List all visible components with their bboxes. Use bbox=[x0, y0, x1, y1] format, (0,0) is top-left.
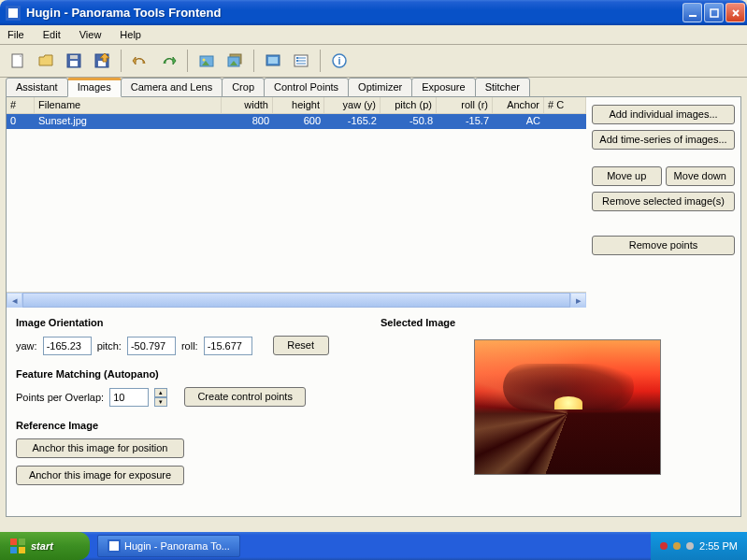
properties-button[interactable] bbox=[288, 48, 314, 74]
svg-rect-2 bbox=[689, 15, 697, 17]
add-timeseries-button[interactable]: Add time-series of images... bbox=[592, 130, 735, 150]
reset-button[interactable]: Reset bbox=[273, 336, 329, 355]
toolbar: i bbox=[0, 45, 747, 78]
preview-button[interactable] bbox=[260, 48, 286, 74]
svg-marker-8 bbox=[39, 55, 52, 65]
orientation-heading: Image Orientation bbox=[16, 317, 352, 328]
stepper-up-icon[interactable]: ▴ bbox=[154, 388, 167, 397]
cell-filename: Sunset.jpg bbox=[35, 114, 222, 129]
menu-edit[interactable]: Edit bbox=[39, 27, 65, 42]
windows-logo-icon bbox=[9, 538, 26, 554]
close-button[interactable] bbox=[725, 3, 745, 22]
cell-anchor: AC bbox=[493, 114, 544, 129]
col-numc[interactable]: # C bbox=[544, 97, 586, 113]
open-button[interactable] bbox=[33, 48, 59, 74]
col-num[interactable]: # bbox=[7, 97, 35, 113]
menubar: File Edit View Help bbox=[0, 25, 747, 45]
clock: 2:55 PM bbox=[699, 540, 738, 552]
menu-file[interactable]: File bbox=[4, 27, 28, 42]
col-pitch[interactable]: pitch (p) bbox=[381, 97, 437, 113]
svg-rect-31 bbox=[10, 538, 17, 545]
points-per-overlap-label: Points per Overlap: bbox=[16, 392, 104, 403]
svg-rect-11 bbox=[70, 55, 78, 59]
tab-assistant[interactable]: Assistant bbox=[6, 78, 68, 97]
move-up-button[interactable]: Move up bbox=[592, 166, 662, 186]
col-yaw[interactable]: yaw (y) bbox=[324, 97, 381, 113]
cell-roll: -15.7 bbox=[437, 114, 493, 129]
svg-rect-22 bbox=[268, 57, 278, 64]
tray-network-icon[interactable] bbox=[673, 542, 681, 550]
tab-camera-lens[interactable]: Camera and Lens bbox=[121, 78, 223, 97]
yaw-input[interactable] bbox=[43, 337, 92, 355]
reference-image-heading: Reference Image bbox=[16, 420, 352, 431]
svg-rect-36 bbox=[109, 541, 119, 551]
col-roll[interactable]: roll (r) bbox=[437, 97, 493, 113]
about-button[interactable]: i bbox=[326, 48, 352, 74]
remove-selected-button[interactable]: Remove selected image(s) bbox=[592, 192, 735, 211]
svg-text:i: i bbox=[338, 55, 340, 66]
undo-button[interactable] bbox=[127, 48, 153, 74]
remove-points-button[interactable]: Remove points bbox=[592, 236, 735, 255]
save-button[interactable] bbox=[61, 48, 87, 74]
col-anchor[interactable]: Anchor bbox=[493, 97, 544, 113]
tray-shield-icon[interactable] bbox=[660, 542, 668, 550]
horizontal-scrollbar[interactable]: ◂ ▸ bbox=[7, 292, 586, 308]
anchor-position-button[interactable]: Anchor this image for position bbox=[16, 438, 184, 458]
taskbar-app-button[interactable]: Hugin - Panorama To... bbox=[97, 535, 240, 557]
svg-rect-34 bbox=[19, 547, 25, 553]
saveas-button[interactable] bbox=[89, 48, 115, 74]
svg-rect-3 bbox=[711, 9, 718, 17]
roll-input[interactable] bbox=[204, 337, 252, 355]
system-tray[interactable]: 2:55 PM bbox=[651, 532, 747, 560]
add-image-button[interactable] bbox=[194, 48, 220, 74]
scroll-right-icon[interactable]: ▸ bbox=[570, 293, 586, 308]
svg-rect-32 bbox=[19, 538, 25, 545]
tab-stitcher[interactable]: Stitcher bbox=[475, 78, 530, 97]
redo-button[interactable] bbox=[155, 48, 181, 74]
pitch-label: pitch: bbox=[97, 340, 122, 352]
col-width[interactable]: width bbox=[222, 97, 273, 113]
menu-help[interactable]: Help bbox=[116, 27, 145, 42]
move-down-button[interactable]: Move down bbox=[666, 166, 736, 186]
scroll-left-icon[interactable]: ◂ bbox=[7, 293, 22, 308]
menu-view[interactable]: View bbox=[76, 27, 106, 42]
points-per-overlap-input[interactable] bbox=[109, 388, 149, 407]
tab-images[interactable]: Images bbox=[67, 78, 122, 97]
tab-exposure[interactable]: Exposure bbox=[411, 78, 475, 97]
add-individual-button[interactable]: Add individual images... bbox=[592, 105, 735, 124]
tray-volume-icon[interactable] bbox=[686, 542, 694, 550]
pitch-input[interactable] bbox=[127, 337, 176, 355]
svg-rect-10 bbox=[70, 61, 78, 66]
svg-point-16 bbox=[203, 59, 206, 62]
new-button[interactable] bbox=[5, 48, 31, 74]
add-images-button[interactable] bbox=[222, 48, 248, 74]
tab-control-points[interactable]: Control Points bbox=[264, 78, 349, 97]
cell-yaw: -165.2 bbox=[324, 114, 381, 129]
selected-image-heading: Selected Image bbox=[381, 317, 661, 328]
taskbar-app-label: Hugin - Panorama To... bbox=[124, 540, 230, 552]
tab-optimizer[interactable]: Optimizer bbox=[348, 78, 412, 97]
tab-strip: Assistant Images Camera and Lens Crop Co… bbox=[6, 78, 741, 97]
svg-rect-33 bbox=[10, 547, 17, 553]
cell-width: 800 bbox=[222, 114, 273, 129]
start-label: start bbox=[31, 540, 53, 552]
cell-numc bbox=[544, 114, 586, 129]
roll-label: roll: bbox=[181, 340, 198, 352]
app-icon bbox=[108, 539, 121, 553]
scroll-thumb[interactable] bbox=[22, 293, 570, 308]
col-filename[interactable]: Filename bbox=[35, 97, 222, 113]
table-row[interactable]: 0 Sunset.jpg 800 600 -165.2 -50.8 -15.7 … bbox=[7, 114, 586, 129]
taskbar: start Hugin - Panorama To... 2:55 PM bbox=[0, 532, 747, 560]
create-control-points-button[interactable]: Create control points bbox=[184, 387, 306, 407]
col-height[interactable]: height bbox=[273, 97, 324, 113]
cell-pitch: -50.8 bbox=[381, 114, 437, 129]
stepper-down-icon[interactable]: ▾ bbox=[154, 397, 167, 407]
start-button[interactable]: start bbox=[0, 532, 90, 560]
minimize-button[interactable] bbox=[682, 3, 702, 22]
tab-crop[interactable]: Crop bbox=[222, 78, 265, 97]
svg-rect-27 bbox=[296, 57, 298, 59]
selected-image-panel: Selected Image bbox=[381, 313, 661, 510]
maximize-button[interactable] bbox=[704, 3, 724, 22]
points-stepper[interactable]: ▴ ▾ bbox=[154, 388, 167, 407]
anchor-exposure-button[interactable]: Anchor this image for exposure bbox=[16, 466, 184, 485]
